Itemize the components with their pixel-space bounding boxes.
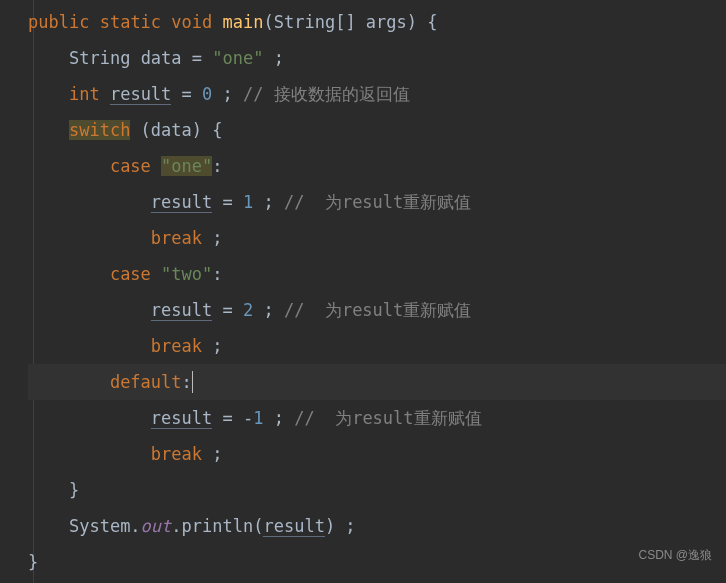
number-literal: 1 [253, 408, 263, 428]
var-result: result [151, 300, 212, 321]
keyword-default: default [110, 372, 182, 392]
code-line: String data = "one" ; [28, 40, 726, 76]
keyword-void: void [171, 12, 212, 32]
keyword-int: int [69, 84, 100, 104]
keyword-case: case [110, 264, 151, 284]
keyword-break: break [151, 228, 202, 248]
code-line: break ; [28, 328, 726, 364]
number-literal: 0 [202, 84, 212, 104]
comment: // 为result重新赋值 [284, 192, 471, 212]
comment: // 为result重新赋值 [294, 408, 481, 428]
code-line-current: default: [28, 364, 726, 400]
code-line: result = 1 ; // 为result重新赋值 [28, 184, 726, 220]
type-string: String [69, 48, 130, 68]
string-literal: "one" [161, 156, 212, 176]
keyword-break: break [151, 336, 202, 356]
keyword-break: break [151, 444, 202, 464]
class-system: System. [69, 516, 141, 536]
var-data: data [141, 48, 182, 68]
comment: // 接收数据的返回值 [243, 84, 410, 104]
var-data: data [151, 120, 192, 140]
keyword-public: public [28, 12, 89, 32]
var-result: result [151, 192, 212, 213]
code-line: System.out.println(result) ; [28, 508, 726, 544]
code-line: case "one": [28, 148, 726, 184]
param-args: String[] args [274, 12, 407, 32]
keyword-case: case [110, 156, 151, 176]
watermark: CSDN @逸狼 [638, 537, 712, 573]
code-line: result = -1 ; // 为result重新赋值 [28, 400, 726, 436]
keyword-switch: switch [69, 120, 130, 140]
code-line: case "two": [28, 256, 726, 292]
text-cursor [192, 371, 193, 393]
string-literal: "two" [161, 264, 212, 284]
keyword-static: static [100, 12, 161, 32]
code-line: } [28, 544, 726, 580]
comment: // 为result重新赋值 [284, 300, 471, 320]
var-result: result [263, 516, 324, 537]
code-line: break ; [28, 436, 726, 472]
code-line: public static void main(String[] args) { [28, 4, 726, 40]
var-result: result [110, 84, 171, 105]
number-literal: 2 [243, 300, 253, 320]
code-line: } [28, 472, 726, 508]
string-literal: "one" [212, 48, 263, 68]
code-line: int result = 0 ; // 接收数据的返回值 [28, 76, 726, 112]
number-literal: 1 [243, 192, 253, 212]
var-result: result [151, 408, 212, 429]
code-line: switch (data) { [28, 112, 726, 148]
code-editor[interactable]: public static void main(String[] args) {… [0, 0, 726, 580]
code-line: result = 2 ; // 为result重新赋值 [28, 292, 726, 328]
method-main: main [223, 12, 264, 32]
code-line: break ; [28, 220, 726, 256]
field-out: out [141, 516, 172, 536]
